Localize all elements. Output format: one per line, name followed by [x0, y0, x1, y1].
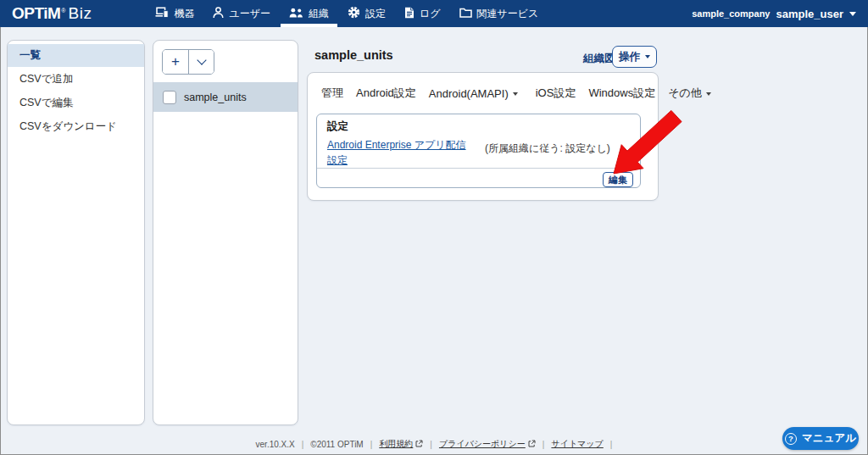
- nav-item-label: 機器: [174, 7, 194, 21]
- terms-of-service-link[interactable]: 利用規約: [379, 438, 423, 450]
- log-file-icon: [404, 7, 415, 21]
- privacy-link-label: プライバシーポリシー: [439, 438, 526, 450]
- tab-label: Android(AMAPI): [429, 87, 509, 100]
- footer: ver.10.X.X | ©2011 OPTiM | 利用規約 | プライバシー…: [0, 438, 868, 450]
- footer-separator: |: [430, 440, 432, 449]
- external-link-icon: [528, 440, 536, 449]
- sidebar-item-label: 一覧: [19, 48, 41, 63]
- sitemap-link-label: サイトマップ: [551, 438, 603, 450]
- edit-button[interactable]: 編集: [603, 172, 633, 187]
- add-organization-dropdown-toggle[interactable]: [188, 50, 214, 74]
- nav-item-users[interactable]: ユーザー: [204, 0, 279, 27]
- tab-label: Android設定: [356, 86, 416, 101]
- nav-item-log[interactable]: ログ: [396, 0, 449, 27]
- terms-link-label: 利用規約: [379, 438, 413, 450]
- user-icon: [213, 7, 224, 21]
- chevron-down-icon: [706, 92, 711, 96]
- main-navigation: 機器 ユーザー 組織 設定 ログ 関連サービス: [146, 0, 548, 27]
- sidebar-item-csv-edit[interactable]: CSVで編集: [8, 92, 144, 114]
- sidebar-item-label: CSVをダウンロード: [19, 119, 117, 134]
- tab-others[interactable]: その他: [668, 86, 711, 101]
- sidebar-item-label: CSVで追加: [19, 72, 74, 86]
- tab-label: その他: [668, 86, 702, 101]
- actions-button-label: 操作: [619, 50, 640, 64]
- chevron-down-icon: [513, 92, 518, 96]
- copyright-text: ©2011 OPTiM: [310, 440, 363, 449]
- organization-icon: [289, 8, 303, 20]
- add-organization-button[interactable]: +: [163, 50, 188, 74]
- footer-separator: |: [302, 440, 304, 449]
- footer-separator: |: [370, 440, 373, 449]
- privacy-policy-link[interactable]: プライバシーポリシー: [439, 438, 536, 450]
- sidebar-item-csv-add[interactable]: CSVで追加: [8, 68, 144, 91]
- nav-item-label: ログ: [420, 7, 441, 21]
- tab-label: Windows設定: [588, 86, 655, 101]
- nav-item-organization[interactable]: 組織: [281, 0, 337, 27]
- add-organization-button-group: +: [162, 49, 214, 75]
- nav-item-label: 関連サービス: [477, 7, 539, 21]
- nav-item-label: ユーザー: [229, 7, 270, 21]
- tab-windows-settings[interactable]: Windows設定: [588, 86, 655, 101]
- tab-label: 管理: [321, 86, 343, 101]
- nav-item-label: 組織: [309, 7, 329, 21]
- devices-icon: [155, 7, 169, 20]
- sitemap-link[interactable]: サイトマップ: [551, 438, 603, 450]
- tab-android-settings[interactable]: Android設定: [356, 86, 416, 101]
- version-text: ver.10.X.X: [256, 440, 295, 449]
- organization-checkbox[interactable]: [163, 91, 176, 104]
- nav-item-related-services[interactable]: 関連サービス: [451, 0, 548, 27]
- plus-icon: +: [171, 54, 180, 69]
- screen: OPTiM ® Biz 機器 ユーザー 組織 設定 ログ: [0, 0, 868, 455]
- sidebar-item-label: CSVで編集: [19, 96, 74, 110]
- external-link-icon: [415, 440, 423, 449]
- folder-icon: [459, 8, 472, 20]
- settings-footer: 編集: [317, 168, 640, 191]
- tab-ios-settings[interactable]: iOS設定: [536, 86, 576, 101]
- footer-separator: |: [542, 440, 545, 449]
- page-title: sample_units: [314, 48, 393, 62]
- actions-button[interactable]: 操作: [612, 46, 657, 68]
- footer-separator: |: [610, 440, 613, 449]
- settings-status-text: (所属組織に従う: 設定なし): [485, 137, 610, 168]
- user-name: sample_user: [776, 8, 844, 20]
- settings-tabs: 管理 Android設定 Android(AMAPI) iOS設定 Window…: [308, 73, 658, 101]
- settings-heading: 設定: [317, 114, 640, 134]
- gear-icon: [348, 6, 360, 21]
- organization-row-label: sample_units: [184, 92, 247, 103]
- tab-android-amapi[interactable]: Android(AMAPI): [429, 87, 518, 100]
- manual-button-label: マニュアル: [802, 431, 856, 446]
- chevron-down-icon: [849, 12, 856, 16]
- organization-row[interactable]: sample_units: [153, 82, 298, 112]
- tab-management[interactable]: 管理: [321, 86, 343, 101]
- nav-item-label: 設定: [365, 7, 386, 21]
- nav-item-devices[interactable]: 機器: [147, 0, 203, 27]
- org-chart-link[interactable]: 組織図: [583, 52, 615, 66]
- top-navbar: OPTiM ® Biz 機器 ユーザー 組織 設定 ログ: [0, 0, 868, 27]
- user-menu[interactable]: sample_company sample_user: [692, 8, 856, 20]
- sidebar-item-list[interactable]: 一覧: [8, 44, 144, 67]
- sidebar-menu: 一覧 CSVで追加 CSVで編集 CSVをダウンロード: [7, 40, 145, 425]
- sidebar-item-csv-download[interactable]: CSVをダウンロード: [8, 115, 144, 138]
- logo-text: OPTiM: [12, 4, 60, 23]
- organization-list-panel: + sample_units: [153, 40, 298, 425]
- registered-mark: ®: [61, 4, 65, 14]
- tab-label: iOS設定: [536, 86, 576, 101]
- company-name: sample_company: [692, 8, 770, 19]
- settings-content-row: Android Enterprise アプリ配信設定 (所属組織に従う: 設定な…: [317, 134, 640, 168]
- logo-product-text: Biz: [69, 4, 92, 23]
- nav-item-settings[interactable]: 設定: [339, 0, 394, 27]
- chevron-down-icon: [197, 55, 206, 64]
- manual-button[interactable]: ? マニュアル: [782, 427, 859, 450]
- organization-detail-card: 管理 Android設定 Android(AMAPI) iOS設定 Window…: [307, 72, 659, 201]
- android-enterprise-app-distribution-link[interactable]: Android Enterprise アプリ配信設定: [327, 137, 471, 168]
- optim-biz-logo: OPTiM ® Biz: [12, 4, 92, 23]
- settings-section: 設定 Android Enterprise アプリ配信設定 (所属組織に従う: …: [316, 114, 641, 188]
- chevron-down-icon: [645, 55, 650, 58]
- question-mark-icon: ?: [785, 433, 797, 445]
